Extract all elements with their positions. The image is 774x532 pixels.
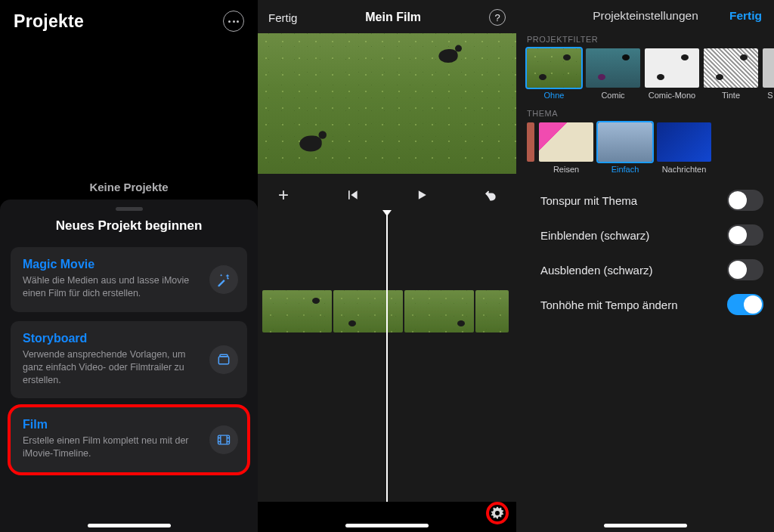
toggle-label: Einblenden (schwarz) (540, 229, 649, 242)
magic-movie-card[interactable]: Magic Movie Wähle die Medien aus und las… (11, 247, 247, 312)
play-button[interactable] (411, 184, 432, 206)
more-options-button[interactable] (223, 11, 244, 32)
undo-button[interactable] (480, 184, 501, 206)
filter-caption: S (763, 91, 774, 100)
theme-row[interactable]: Reisen Einfach Nachrichten (516, 121, 774, 175)
home-indicator (345, 524, 429, 527)
sheet-drag-handle[interactable] (116, 207, 143, 211)
toggle-list: Tonspur mit Thema Einblenden (schwarz) A… (516, 175, 774, 322)
filter-caption: Comic-Mono (645, 91, 699, 100)
switch[interactable] (727, 190, 763, 211)
home-indicator (88, 524, 171, 527)
theme-caption: Nachrichten (657, 165, 711, 174)
switch[interactable] (727, 259, 763, 280)
toggle-theme-soundtrack[interactable]: Tonspur mit Thema (540, 183, 763, 218)
project-settings-button[interactable] (486, 502, 509, 524)
undo-icon (483, 187, 498, 203)
storyboard-icon (209, 345, 238, 374)
theme-section-label: THEMA (516, 104, 774, 121)
theme-simple[interactable]: Einfach (598, 122, 652, 174)
film-strip-icon (209, 425, 238, 454)
gear-icon (491, 506, 504, 520)
home-indicator (604, 524, 687, 527)
card-title: Magic Movie (23, 258, 206, 271)
card-description: Erstelle einen Film komplett neu mit der… (23, 435, 206, 460)
rewind-button[interactable] (342, 184, 363, 206)
timeline-clip[interactable] (333, 290, 403, 332)
editor-screen: Fertig Mein Film ? + (258, 0, 516, 532)
card-title: Storyboard (23, 332, 206, 345)
timeline-clip[interactable] (475, 290, 509, 332)
project-title: Mein Film (365, 11, 421, 24)
sheet-title: Neues Projekt beginnen (11, 218, 247, 234)
bird-graphic (438, 49, 457, 63)
film-card[interactable]: Film Erstelle einen Film komplett neu mi… (11, 407, 247, 472)
project-settings-screen: Projekteinstellungen Fertig PROJEKTFILTE… (516, 0, 774, 532)
question-mark-icon: ? (494, 12, 500, 23)
card-title: Film (23, 418, 206, 431)
toggle-label: Ausblenden (schwarz) (540, 264, 652, 277)
storyboard-card[interactable]: Storyboard Verwende ansprechende Vorlage… (11, 321, 247, 399)
filter-ink[interactable]: Tinte (704, 48, 758, 100)
filter-row[interactable]: Ohne Comic Comic-Mono Tinte S (516, 47, 774, 101)
toggle-label: Tonspur mit Thema (540, 194, 637, 207)
filter-caption: Comic (586, 91, 640, 100)
toggle-fade-out[interactable]: Ausblenden (schwarz) (540, 252, 763, 287)
timeline-clip[interactable] (262, 290, 332, 332)
transport-bar: + (258, 174, 516, 212)
theme-prev[interactable] (527, 122, 534, 174)
ellipsis-icon (228, 20, 239, 23)
svg-rect-0 (218, 357, 228, 364)
play-icon (414, 187, 429, 203)
done-button[interactable]: Fertig (268, 11, 297, 24)
magic-wand-icon (209, 265, 238, 294)
filter-comic[interactable]: Comic (586, 48, 640, 100)
help-button[interactable]: ? (489, 9, 506, 26)
toggle-label: Tonhöhe mit Tempo ändern (540, 298, 678, 311)
projects-screen: Projekte Keine Projekte Neues Projekt be… (0, 0, 258, 532)
skip-back-icon (345, 187, 360, 203)
new-project-sheet: Neues Projekt beginnen Magic Movie Wähle… (0, 200, 258, 532)
video-preview[interactable] (258, 33, 516, 174)
svg-rect-1 (220, 354, 228, 357)
filter-caption: Ohne (527, 91, 581, 100)
timeline-clip[interactable] (404, 290, 474, 332)
card-description: Wähle die Medien aus und lasse iMovie ei… (23, 274, 206, 300)
add-media-button[interactable]: + (273, 184, 294, 206)
filter-caption: Tinte (704, 91, 758, 100)
no-projects-label: Keine Projekte (0, 181, 258, 193)
filter-more[interactable]: S (763, 48, 774, 100)
filter-comic-mono[interactable]: Comic-Mono (645, 48, 699, 100)
theme-caption: Einfach (598, 165, 652, 174)
playhead[interactable] (386, 212, 388, 527)
plus-icon: + (278, 187, 289, 203)
filter-none[interactable]: Ohne (527, 48, 581, 100)
settings-title: Projekteinstellungen (593, 9, 698, 23)
card-description: Verwende ansprechende Vorlagen, um ganz … (23, 348, 206, 387)
toggle-fade-in[interactable]: Einblenden (schwarz) (540, 218, 763, 252)
toggle-pitch-tempo[interactable]: Tonhöhe mit Tempo ändern (540, 287, 763, 322)
switch[interactable] (727, 224, 763, 246)
theme-caption: Reisen (539, 165, 593, 174)
settings-done-button[interactable]: Fertig (729, 9, 762, 23)
timeline[interactable] (258, 212, 516, 532)
switch[interactable] (727, 294, 763, 315)
bird-graphic (299, 136, 321, 152)
theme-news[interactable]: Nachrichten (657, 122, 711, 174)
filter-section-label: PROJEKTFILTER (516, 30, 774, 47)
theme-travel[interactable]: Reisen (539, 122, 593, 174)
svg-rect-2 (218, 435, 230, 444)
projects-title: Projekte (14, 11, 84, 32)
